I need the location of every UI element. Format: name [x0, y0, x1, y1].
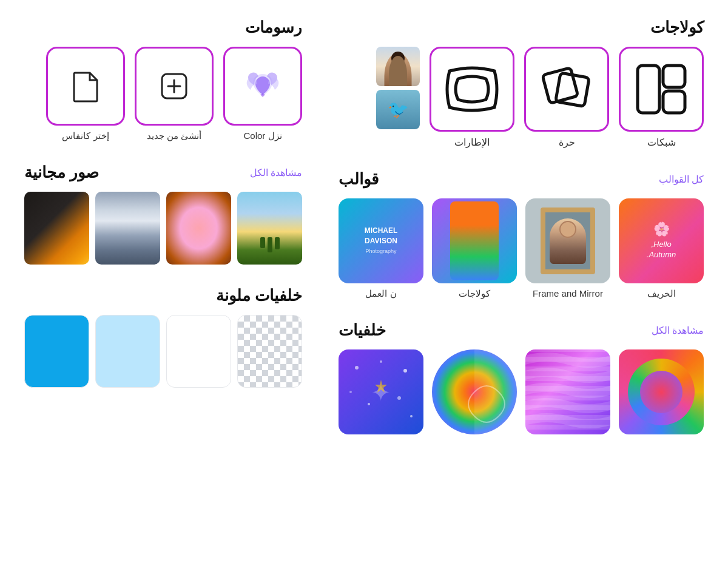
backgrounds-title: خلفيات — [339, 321, 386, 340]
template-frame-mirror-thumb[interactable] — [525, 198, 610, 283]
bg-wavy-purple[interactable] — [525, 349, 610, 434]
svg-rect-2 — [663, 91, 685, 113]
drawing-choose-canvas-label: إختر كانفاس — [62, 130, 109, 141]
templates-view-all[interactable]: كل القوالب — [659, 174, 704, 185]
svg-point-9 — [349, 391, 352, 393]
autumn-flower-icon: 🌸 — [653, 221, 670, 237]
svg-point-8 — [403, 369, 407, 373]
frames-icon — [445, 62, 499, 116]
free-photo-flowers[interactable] — [237, 192, 302, 265]
colored-bg-transparent[interactable] — [237, 315, 302, 388]
template-collages[interactable]: كولاجات — [432, 198, 517, 299]
free-photo-hearts[interactable] — [166, 192, 231, 265]
drawing-create-new-label: أنشئ من جديد — [147, 130, 201, 141]
drawings-title: رسومات — [24, 18, 302, 37]
templates-section: كل القوالب قوالب 🌸 Hello,Autumn. الخريف — [339, 170, 704, 299]
drawings-section: رسومات نزل — [24, 18, 302, 141]
collages-section: كولاجات شبكات — [339, 18, 704, 148]
free-photos-grid — [24, 192, 302, 265]
collage-free[interactable]: حرة — [524, 47, 609, 148]
backgrounds-header: مشاهدة الكل خلفيات — [339, 321, 704, 340]
template-autumn-label: الخريف — [647, 288, 676, 299]
collage-items: شبكات حرة — [339, 47, 704, 148]
svg-point-6 — [355, 366, 359, 369]
colored-bg-items — [24, 315, 302, 388]
plus-square-icon — [159, 71, 189, 101]
template-collages-thumb[interactable] — [432, 198, 517, 283]
photo-thumb-bird[interactable]: 🐦 — [376, 90, 420, 129]
drawing-choose-canvas-box[interactable] — [46, 47, 125, 126]
collage-grids[interactable]: شبكات — [619, 47, 704, 148]
collages-person — [450, 201, 499, 280]
template-work-label: ن العمل — [365, 288, 396, 299]
svg-rect-3 — [542, 68, 578, 104]
bg-items: ✦ — [339, 349, 704, 434]
colored-bg-light-blue[interactable] — [95, 315, 160, 388]
template-frame-mirror-label: Frame and Mirror — [533, 288, 603, 299]
template-items: 🌸 Hello,Autumn. الخريف — [339, 198, 704, 299]
stars-bg-icon: ✦ — [339, 349, 423, 434]
colored-bg-title: خلفيات ملونة — [24, 286, 302, 305]
bg-mandala[interactable] — [619, 349, 704, 434]
swirl-pattern — [432, 349, 517, 434]
collage-frames-box[interactable] — [430, 47, 514, 132]
templates-title: قوالب — [339, 170, 379, 189]
template-autumn-thumb[interactable]: 🌸 Hello,Autumn. — [619, 198, 704, 283]
colored-bg-white[interactable] — [166, 315, 231, 388]
collage-frames[interactable]: الإطارات — [430, 47, 514, 148]
svg-point-11 — [397, 396, 401, 400]
svg-point-10 — [368, 403, 370, 405]
free-photo-person[interactable] — [24, 192, 89, 265]
backgrounds-section: مشاهدة الكل خلفيات — [339, 321, 704, 434]
wavy-pattern — [525, 349, 610, 434]
colored-bg-blue[interactable] — [24, 315, 89, 388]
free-photos-header: مشاهدة الكل صور مجانية — [24, 163, 302, 182]
collages-title: كولاجات — [339, 18, 704, 37]
drawing-color-drop-label: نزل Color — [243, 130, 281, 141]
grids-icon — [634, 62, 689, 116]
free-photos-view-all[interactable]: مشاهدة الكل — [250, 167, 302, 178]
drawing-color-drop[interactable]: نزل Color — [223, 47, 302, 141]
free-photos-title: صور مجانية — [24, 163, 99, 182]
drawing-choose-canvas[interactable]: إختر كانفاس — [46, 47, 125, 141]
bg-stars[interactable]: ✦ — [339, 349, 423, 434]
free-icon — [539, 62, 594, 116]
work-text: MICHAELDAVISON Photography — [365, 226, 398, 256]
colored-backgrounds-section: خلفيات ملونة — [24, 286, 302, 388]
svg-point-12 — [410, 415, 413, 417]
autumn-text: Hello,Autumn. — [647, 240, 676, 260]
free-photos-section: مشاهدة الكل صور مجانية — [24, 163, 302, 265]
template-work-thumb[interactable]: MICHAELDAVISON Photography — [339, 198, 423, 283]
drawing-create-new[interactable]: أنشئ من جديد — [135, 47, 214, 141]
template-autumn[interactable]: 🌸 Hello,Autumn. الخريف — [619, 198, 704, 299]
template-collages-label: كولاجات — [459, 288, 490, 299]
free-photo-ocean[interactable] — [95, 192, 160, 265]
template-frame-mirror[interactable]: Frame and Mirror — [525, 198, 610, 299]
drawing-items: نزل Color أنشئ من جديد — [24, 47, 302, 141]
lotus-icon — [243, 67, 282, 106]
photo-thumb-portrait[interactable] — [376, 47, 420, 86]
collage-grids-label: شبكات — [647, 137, 676, 148]
bg-swirl[interactable] — [432, 349, 517, 434]
svg-rect-1 — [663, 66, 685, 87]
template-work[interactable]: MICHAELDAVISON Photography ن العمل — [339, 198, 423, 299]
collage-grids-box[interactable] — [619, 47, 704, 132]
drawing-create-new-box[interactable] — [135, 47, 214, 126]
svg-point-7 — [380, 360, 382, 363]
svg-rect-0 — [638, 66, 659, 113]
backgrounds-view-all[interactable]: مشاهدة الكل — [652, 325, 704, 336]
photo-stack[interactable]: 🐦 — [376, 47, 420, 129]
frame-inner — [541, 208, 595, 274]
collage-frames-label: الإطارات — [454, 137, 490, 148]
collage-free-label: حرة — [559, 137, 575, 148]
collage-free-box[interactable] — [524, 47, 609, 132]
drawing-color-drop-box[interactable] — [223, 47, 302, 126]
templates-header: كل القوالب قوالب — [339, 170, 704, 189]
document-icon — [70, 70, 101, 103]
